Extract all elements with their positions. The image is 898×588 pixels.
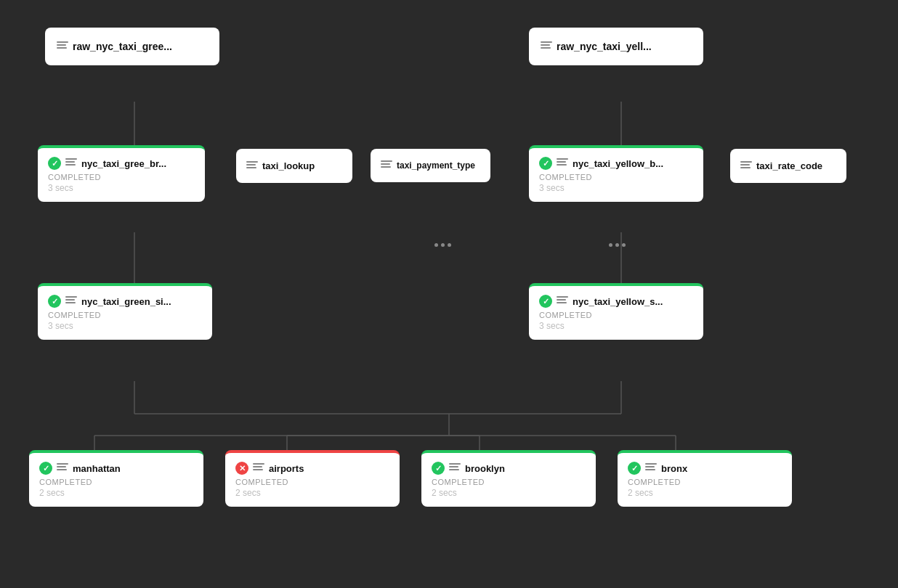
status-icon-green: ✓	[432, 462, 445, 475]
status-icon-green: ✓	[628, 462, 641, 475]
card-header: ✓ nyc_taxi_gree_br...	[48, 157, 195, 170]
card-manhattan[interactable]: ✓ manhattan COMPLETED 2 secs	[29, 450, 203, 507]
table-icon	[740, 161, 752, 171]
table-icon	[557, 296, 568, 306]
card-time: 2 secs	[628, 488, 782, 498]
card-taxi-payment[interactable]: taxi_payment_type	[371, 149, 490, 182]
card-status: COMPLETED	[628, 478, 782, 486]
card-title: taxi_rate_code	[756, 160, 822, 171]
card-title: taxi_payment_type	[397, 160, 475, 171]
card-status: COMPLETED	[432, 478, 586, 486]
card-header: taxi_lookup	[246, 160, 342, 171]
card-header: ✓ bronx	[628, 462, 782, 475]
card-nyc-yellow-s[interactable]: ✓ nyc_taxi_yellow_s... COMPLETED 3 secs	[529, 283, 703, 340]
card-title: nyc_taxi_yellow_s...	[573, 296, 663, 307]
status-icon-green: ✓	[539, 157, 552, 170]
card-nyc-green-br[interactable]: ✓ nyc_taxi_gree_br... COMPLETED 3 secs	[38, 145, 205, 202]
status-icon-green: ✓	[39, 462, 52, 475]
card-time: 3 secs	[539, 183, 693, 193]
card-header: ✓ brooklyn	[432, 462, 586, 475]
card-header: raw_nyc_taxi_gree...	[57, 41, 208, 52]
card-title: taxi_lookup	[262, 160, 315, 171]
card-title: bronx	[661, 463, 687, 474]
card-header: ✓ nyc_taxi_yellow_s...	[539, 295, 693, 308]
table-icon	[541, 41, 552, 52]
card-status: COMPLETED	[48, 311, 202, 319]
card-title: raw_nyc_taxi_gree...	[73, 41, 172, 52]
card-time: 2 secs	[235, 488, 389, 498]
card-header: ✓ nyc_taxi_green_si...	[48, 295, 202, 308]
card-title: raw_nyc_taxi_yell...	[557, 41, 652, 52]
card-brooklyn[interactable]: ✓ brooklyn COMPLETED 2 secs	[421, 450, 596, 507]
card-title: nyc_taxi_green_si...	[81, 296, 171, 307]
card-airports[interactable]: ✕ airports COMPLETED 2 secs	[225, 450, 400, 507]
card-title: nyc_taxi_gree_br...	[81, 158, 166, 169]
card-title: manhattan	[73, 463, 121, 474]
connector-dots-1	[434, 243, 451, 247]
table-icon	[65, 296, 77, 306]
card-time: 3 secs	[539, 321, 693, 331]
card-time: 2 secs	[39, 488, 193, 498]
table-icon	[645, 463, 657, 473]
pipeline-canvas: raw_nyc_taxi_gree... raw_nyc_taxi_yell..…	[0, 0, 898, 588]
table-icon	[246, 161, 258, 171]
card-time: 3 secs	[48, 183, 195, 193]
card-status: COMPLETED	[235, 478, 389, 486]
card-bronx[interactable]: ✓ bronx COMPLETED 2 secs	[618, 450, 792, 507]
table-icon	[449, 463, 461, 473]
status-icon-red: ✕	[235, 462, 248, 475]
card-status: COMPLETED	[48, 173, 195, 181]
card-nyc-green-si[interactable]: ✓ nyc_taxi_green_si... COMPLETED 3 secs	[38, 283, 212, 340]
card-header: raw_nyc_taxi_yell...	[541, 41, 692, 52]
connector-dots-2	[609, 243, 626, 247]
table-icon	[65, 158, 77, 168]
card-taxi-rate[interactable]: taxi_rate_code	[730, 149, 846, 183]
table-icon	[57, 463, 68, 473]
source-card-yellow[interactable]: raw_nyc_taxi_yell...	[529, 28, 703, 65]
card-title: nyc_taxi_yellow_b...	[573, 158, 663, 169]
card-taxi-lookup[interactable]: taxi_lookup	[236, 149, 352, 183]
table-icon	[557, 158, 568, 168]
card-title: brooklyn	[465, 463, 505, 474]
card-status: COMPLETED	[539, 173, 693, 181]
card-header: ✕ airports	[235, 462, 389, 475]
card-nyc-yellow-b[interactable]: ✓ nyc_taxi_yellow_b... COMPLETED 3 secs	[529, 145, 703, 202]
table-icon	[57, 41, 68, 52]
card-header: ✓ manhattan	[39, 462, 193, 475]
card-status: COMPLETED	[39, 478, 193, 486]
card-header: taxi_rate_code	[740, 160, 836, 171]
card-header: ✓ nyc_taxi_yellow_b...	[539, 157, 693, 170]
card-time: 3 secs	[48, 321, 202, 331]
card-time: 2 secs	[432, 488, 586, 498]
table-icon	[381, 160, 392, 171]
status-icon-green: ✓	[48, 157, 61, 170]
status-icon-green: ✓	[48, 295, 61, 308]
card-status: COMPLETED	[539, 311, 693, 319]
card-title: airports	[269, 463, 304, 474]
card-header: taxi_payment_type	[381, 160, 480, 171]
source-card-green[interactable]: raw_nyc_taxi_gree...	[45, 28, 219, 65]
status-icon-green: ✓	[539, 295, 552, 308]
table-icon	[253, 463, 264, 473]
